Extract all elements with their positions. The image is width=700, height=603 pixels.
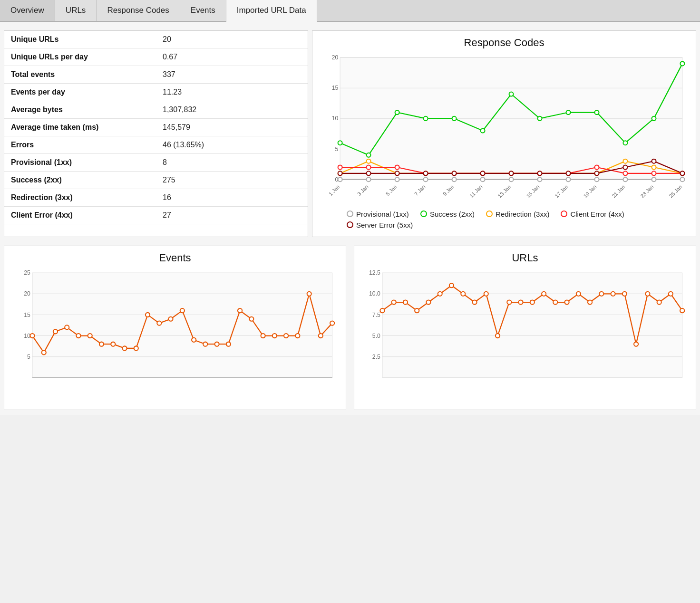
svg-point-84 [566,171,571,175]
svg-point-126 [330,321,334,325]
svg-point-154 [553,300,557,304]
svg-point-163 [657,300,661,304]
svg-text:23 Jan: 23 Jan [640,184,655,199]
stat-value: 0.67 [156,48,308,66]
svg-point-106 [99,342,104,346]
svg-point-105 [88,334,92,338]
svg-point-112 [168,316,173,321]
svg-text:13 Jan: 13 Jan [497,184,512,199]
svg-text:10: 10 [332,115,339,122]
svg-point-27 [424,177,428,182]
svg-point-78 [395,171,399,175]
svg-point-158 [599,292,603,296]
svg-point-159 [611,292,615,296]
stat-label: Unique URLs [4,31,156,48]
response-codes-title: Response Codes [318,35,690,49]
stat-value: 11.23 [156,84,308,101]
svg-point-83 [537,171,542,175]
svg-text:7 Jan: 7 Jan [413,184,427,197]
svg-point-41 [452,116,457,121]
svg-point-34 [623,177,627,182]
stats-row: Redirection (3xx)16 [4,189,308,207]
svg-point-31 [537,177,542,182]
tab-urls[interactable]: URLs [55,0,97,21]
svg-point-125 [319,334,323,338]
svg-point-141 [403,300,408,304]
stats-row: Average time taken (ms)145,579 [4,119,308,136]
svg-point-110 [146,313,150,317]
legend-item: Redirection (3xx) [486,210,549,218]
response-codes-chart: Response Codes 051015201 Jan3 Jan5 Jan7 … [312,30,696,237]
stats-row: Errors46 (13.65%) [4,136,308,154]
svg-point-109 [134,346,138,350]
svg-point-76 [338,171,342,175]
svg-point-124 [307,292,311,296]
svg-point-60 [623,159,627,163]
svg-point-152 [530,300,535,304]
svg-point-40 [424,116,428,121]
svg-text:20: 20 [332,54,339,61]
tabs-bar: Overview URLs Response Codes Events Impo… [0,0,700,22]
svg-point-108 [122,346,126,350]
stat-value: 337 [156,66,308,84]
stats-row: Events per day11.23 [4,84,308,101]
stat-label: Events per day [4,84,156,101]
stat-value: 16 [156,189,308,207]
svg-point-146 [461,292,465,296]
svg-text:19 Jan: 19 Jan [583,184,598,199]
legend-item: Client Error (4xx) [561,210,624,218]
svg-point-150 [507,300,511,304]
svg-point-117 [226,342,231,346]
events-chart-panel: Events 510152025 [4,246,346,410]
response-codes-svg: 051015201 Jan3 Jan5 Jan7 Jan9 Jan11 Jan1… [318,51,690,203]
stats-row: Success (2xx)275 [4,172,308,189]
svg-point-116 [214,342,219,346]
svg-point-139 [380,308,384,313]
stat-label: Redirection (3xx) [4,189,156,207]
svg-point-43 [509,92,514,96]
svg-point-161 [634,342,638,346]
svg-point-85 [594,171,599,175]
svg-point-86 [623,165,627,170]
svg-point-47 [623,141,627,145]
svg-text:25: 25 [24,269,30,276]
tab-overview[interactable]: Overview [0,0,55,21]
stat-value: 8 [156,154,308,172]
svg-point-51 [367,159,371,163]
svg-point-151 [518,300,523,304]
svg-point-102 [53,329,58,334]
svg-point-25 [367,177,371,182]
tab-imported-url-data[interactable]: Imported URL Data [226,0,317,22]
stats-row: Client Error (4xx)27 [4,207,308,224]
response-codes-panel: Response Codes 051015201 Jan3 Jan5 Jan7 … [312,30,696,237]
svg-point-49 [680,61,684,66]
svg-point-80 [452,171,457,175]
svg-text:21 Jan: 21 Jan [611,184,626,199]
svg-point-113 [180,308,185,313]
svg-text:15: 15 [24,311,30,318]
svg-text:5: 5 [335,146,338,153]
stat-value: 46 (13.65%) [156,136,308,154]
stats-row: Provisional (1xx)8 [4,154,308,172]
svg-point-48 [651,116,656,121]
stats-panel[interactable]: Unique URLs20Unique URLs per day0.67Tota… [4,30,308,237]
tab-response-codes[interactable]: Response Codes [97,0,180,21]
stat-label: Provisional (1xx) [4,154,156,172]
svg-point-38 [367,153,371,157]
svg-point-63 [338,165,342,170]
svg-text:9 Jan: 9 Jan [442,184,455,197]
legend-item: Provisional (1xx) [347,210,409,218]
tab-events[interactable]: Events [180,0,226,21]
stat-label: Average bytes [4,101,156,119]
svg-rect-89 [32,273,332,377]
stat-value: 145,579 [156,119,308,136]
svg-text:5 Jan: 5 Jan [385,184,398,197]
svg-point-73 [623,171,627,175]
svg-text:3 Jan: 3 Jan [356,184,369,197]
svg-point-123 [295,334,300,338]
svg-point-114 [192,338,196,342]
svg-point-77 [367,171,371,175]
legend-item: Success (2xx) [420,210,475,218]
svg-point-82 [509,171,514,175]
svg-point-142 [415,308,419,313]
